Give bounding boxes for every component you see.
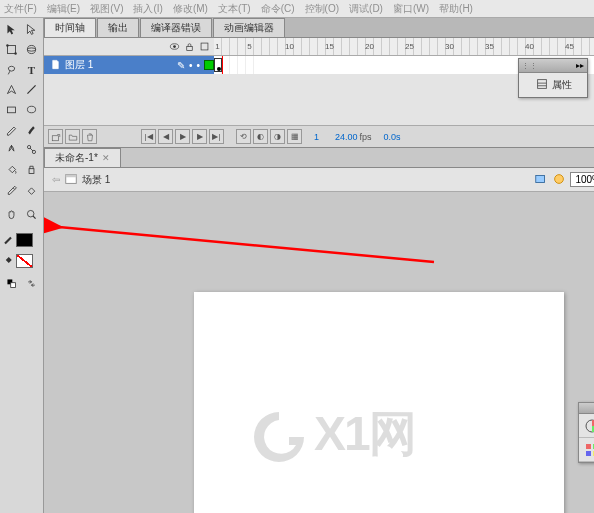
frame-ruler[interactable]: 1 5 10 15 20 25 30 35 — [214, 38, 594, 55]
ruler-tick: 1 — [214, 38, 222, 55]
scene-label: 场景 1 — [82, 173, 110, 187]
panel-gripper[interactable] — [579, 403, 594, 414]
menu-help[interactable]: 帮助(H) — [439, 2, 473, 16]
center-frame-button[interactable]: ⟲ — [236, 129, 251, 144]
rectangle-tool[interactable] — [2, 100, 21, 119]
playhead-line — [222, 56, 223, 74]
new-layer-button[interactable] — [48, 129, 63, 144]
pen-tool[interactable] — [2, 80, 21, 99]
new-folder-button[interactable] — [65, 129, 80, 144]
deco-tool[interactable] — [2, 140, 21, 159]
eyedropper-tool[interactable] — [2, 180, 21, 199]
ink-bottle-tool[interactable] — [22, 160, 41, 179]
panel-tabs: 时间轴 输出 编译器错误 动画编辑器 — [44, 18, 594, 38]
onion-skin-button[interactable]: ◐ — [253, 129, 268, 144]
tab-compiler-errors[interactable]: 编译器错误 — [140, 18, 212, 37]
panel-gripper-icon[interactable]: ⋮⋮ — [522, 62, 538, 70]
back-arrow-icon[interactable]: ⇦ — [52, 174, 60, 185]
edit-multiple-button[interactable]: ▦ — [287, 129, 302, 144]
collapse-icon[interactable]: ▸▸ — [576, 61, 584, 70]
layer-row[interactable]: 图层 1 ✎ •• — [44, 56, 214, 74]
lock-icon[interactable] — [183, 41, 195, 53]
scene-icon — [64, 172, 78, 188]
stage[interactable]: X1网 — [44, 192, 594, 513]
zoom-field[interactable]: 100% — [570, 172, 594, 187]
toolbox: T — [0, 18, 44, 513]
menu-insert[interactable]: 插入(I) — [133, 2, 162, 16]
bone-tool[interactable] — [22, 140, 41, 159]
svg-rect-20 — [52, 135, 58, 140]
properties-label: 属性 — [552, 78, 572, 92]
lasso-tool[interactable] — [2, 60, 21, 79]
menu-view[interactable]: 视图(V) — [90, 2, 123, 16]
3d-rotation-tool[interactable] — [22, 40, 41, 59]
text-tool[interactable]: T — [22, 60, 41, 79]
fps-label: fps — [360, 132, 372, 142]
goto-last-button[interactable]: ▶| — [209, 129, 224, 144]
keyframe[interactable] — [214, 58, 222, 72]
tab-motion-editor[interactable]: 动画编辑器 — [213, 18, 285, 37]
fill-color-swatch[interactable] — [16, 254, 33, 268]
outline-icon[interactable] — [198, 41, 210, 53]
canvas[interactable] — [194, 292, 564, 513]
zoom-tool[interactable] — [22, 205, 41, 224]
svg-rect-15 — [11, 283, 16, 288]
doc-tab[interactable]: 未命名-1* ✕ — [44, 148, 121, 167]
hand-tool[interactable] — [2, 205, 21, 224]
eye-icon[interactable] — [168, 41, 180, 53]
swatches-panel-icon[interactable] — [579, 438, 594, 462]
delete-layer-button[interactable] — [82, 129, 97, 144]
line-tool[interactable] — [22, 80, 41, 99]
black-white-button[interactable] — [2, 274, 21, 293]
menu-text[interactable]: 文本(T) — [218, 2, 251, 16]
tab-timeline[interactable]: 时间轴 — [44, 18, 96, 37]
edit-symbols-icon[interactable] — [552, 172, 566, 188]
eraser-tool[interactable] — [22, 180, 41, 199]
svg-line-5 — [27, 85, 35, 93]
oval-tool[interactable] — [22, 100, 41, 119]
menu-commands[interactable]: 命令(C) — [261, 2, 295, 16]
goto-first-button[interactable]: |◀ — [141, 129, 156, 144]
selection-tool[interactable] — [2, 20, 21, 39]
subselection-tool[interactable] — [22, 20, 41, 39]
svg-line-13 — [33, 216, 35, 218]
tools-float-panel — [578, 402, 594, 463]
timeline-footer: |◀ ◀ ▶ ▶ ▶| ⟲ ◐ ◑ ▦ 1 24.00 fps 0.0s — [44, 125, 594, 147]
svg-point-17 — [173, 45, 176, 48]
svg-point-1 — [6, 44, 8, 46]
fill-color-icon — [2, 252, 14, 270]
menu-debug[interactable]: 调试(D) — [349, 2, 383, 16]
layer-pencil-icon: ✎ — [177, 60, 185, 71]
step-back-button[interactable]: ◀ — [158, 129, 173, 144]
svg-point-24 — [555, 174, 564, 183]
properties-icon[interactable] — [535, 77, 549, 93]
tab-output[interactable]: 输出 — [97, 18, 139, 37]
svg-line-30 — [59, 227, 434, 262]
document-tabs: 未命名-1* ✕ — [44, 148, 594, 168]
paint-bucket-tool[interactable] — [2, 160, 21, 179]
menu-file[interactable]: 文件(F) — [4, 2, 37, 16]
svg-point-7 — [27, 106, 35, 113]
stroke-color-icon — [2, 231, 14, 249]
onion-outline-button[interactable]: ◑ — [270, 129, 285, 144]
menu-modify[interactable]: 修改(M) — [173, 2, 208, 16]
menu-window[interactable]: 窗口(W) — [393, 2, 429, 16]
svg-line-10 — [30, 148, 33, 151]
menu-edit[interactable]: 编辑(E) — [47, 2, 80, 16]
pencil-tool[interactable] — [2, 120, 21, 139]
scene-bar: ⇦ 场景 1 100% — [44, 168, 594, 192]
stroke-color-swatch[interactable] — [16, 233, 33, 247]
layer-name: 图层 1 — [65, 58, 93, 72]
panel-titlebar[interactable]: ⋮⋮ ▸▸ — [519, 59, 587, 73]
menu-control[interactable]: 控制(O) — [305, 2, 339, 16]
color-panel-icon[interactable] — [579, 414, 594, 438]
edit-scene-icon[interactable] — [534, 172, 548, 188]
svg-rect-0 — [7, 45, 15, 53]
layer-outline-box[interactable] — [204, 60, 214, 70]
swap-colors-button[interactable] — [22, 274, 41, 293]
step-forward-button[interactable]: ▶ — [192, 129, 207, 144]
play-button[interactable]: ▶ — [175, 129, 190, 144]
free-transform-tool[interactable] — [2, 40, 21, 59]
brush-tool[interactable] — [22, 120, 41, 139]
close-icon[interactable]: ✕ — [102, 153, 110, 163]
